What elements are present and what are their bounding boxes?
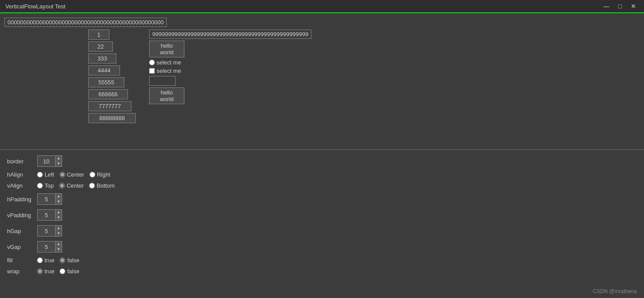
halign-radio-group: Left Center Right	[37, 171, 110, 178]
fill-radio-group: true false	[37, 257, 79, 264]
halign-left-label: Left	[45, 171, 54, 178]
hpadding-label: hPadding	[7, 196, 34, 203]
border-control-row: border ▲ ▼	[7, 155, 637, 167]
vpadding-spinner: ▲ ▼	[37, 209, 62, 221]
window-controls: — □ ✕	[601, 2, 639, 10]
checkbox-widget: select me	[149, 68, 311, 74]
vgap-increment-btn[interactable]: ▲	[55, 241, 62, 247]
halign-left-radio[interactable]	[37, 172, 43, 177]
halign-right-radio[interactable]	[90, 172, 95, 177]
wrap-true-item: true	[37, 268, 54, 275]
right-column: 9999999999999999999999999999999999999999…	[149, 30, 311, 104]
border-spinner-btns: ▲ ▼	[55, 156, 62, 166]
btn-4444[interactable]: 4444	[88, 65, 120, 75]
valign-bottom-radio[interactable]	[89, 183, 95, 189]
hgap-label: hGap	[7, 228, 34, 234]
hgap-spinner-btns: ▲ ▼	[55, 226, 62, 236]
vpadding-increment-btn[interactable]: ▲	[55, 210, 62, 215]
maximize-button[interactable]: □	[616, 2, 625, 10]
border-spinner: ▲ ▼	[37, 155, 62, 167]
window-title: VerticalFlowLayout Test	[5, 3, 65, 10]
vpadding-input[interactable]	[37, 211, 55, 219]
halign-right-item: Right	[90, 171, 110, 178]
preview-checkbox-input[interactable]	[149, 68, 155, 74]
wrap-true-label: true	[45, 268, 54, 275]
fill-false-label: false	[67, 257, 79, 264]
halign-center-radio[interactable]	[60, 172, 65, 177]
top-text-widget: 0000000000000000000000000000000000000000…	[4, 18, 167, 27]
hgap-decrement-btn[interactable]: ▼	[55, 231, 62, 236]
valign-top-label: Top	[45, 182, 54, 189]
valign-radio-group: Top Center Bottom	[37, 182, 115, 189]
wrap-control-row: wrap true false	[7, 268, 637, 275]
vpadding-control-row: vPadding ▲ ▼	[7, 209, 637, 221]
btn-1[interactable]: 1	[88, 30, 109, 40]
vpadding-decrement-btn[interactable]: ▼	[55, 215, 62, 220]
controls-area: border ▲ ▼ hAlign Left Center Right	[0, 150, 644, 280]
vgap-label: vGap	[7, 244, 34, 250]
valign-center-item: Center	[59, 182, 84, 189]
color-picker-widget[interactable]	[149, 76, 176, 86]
vgap-spinner: ▲ ▼	[37, 241, 62, 253]
hgap-increment-btn[interactable]: ▲	[55, 226, 62, 231]
halign-center-label: Center	[67, 171, 84, 178]
btn-88888888[interactable]: 88888888	[88, 113, 136, 123]
preview-radio-input[interactable]	[149, 60, 155, 65]
vpadding-label: vPadding	[7, 212, 34, 219]
hpadding-spinner: ▲ ▼	[37, 193, 62, 205]
hpadding-control-row: hPadding ▲ ▼	[7, 193, 637, 205]
minimize-button[interactable]: —	[601, 2, 612, 10]
hpadding-decrement-btn[interactable]: ▼	[55, 199, 62, 204]
hgap-input[interactable]	[37, 227, 55, 235]
wrap-false-item: false	[60, 268, 79, 275]
hello-world-btn-2[interactable]: hello world	[149, 87, 184, 104]
valign-label: vAlign	[7, 182, 34, 189]
wrap-false-label: false	[67, 268, 79, 275]
hpadding-input[interactable]	[37, 195, 55, 204]
fill-false-item: false	[60, 257, 79, 264]
hello-world-btn-1[interactable]: hello world	[149, 41, 184, 57]
wrap-radio-group: true false	[37, 268, 79, 275]
btn-22[interactable]: 22	[88, 41, 113, 52]
valign-center-radio[interactable]	[59, 183, 65, 189]
btn-666666[interactable]: 666666	[88, 89, 128, 99]
wrap-false-radio[interactable]	[60, 268, 65, 274]
vpadding-spinner-btns: ▲ ▼	[55, 210, 62, 220]
preview-area: 0000000000000000000000000000000000000000…	[0, 13, 644, 150]
vgap-decrement-btn[interactable]: ▼	[55, 247, 62, 252]
btn-55555[interactable]: 55555	[88, 77, 124, 87]
valign-control-row: vAlign Top Center Bottom	[7, 182, 637, 189]
valign-top-radio[interactable]	[37, 183, 43, 189]
fill-control-row: fill true false	[7, 257, 637, 264]
btn-7777777[interactable]: 7777777	[88, 101, 131, 111]
vgap-spinner-btns: ▲ ▼	[55, 241, 62, 252]
halign-right-label: Right	[97, 171, 110, 178]
hgap-control-row: hGap ▲ ▼	[7, 225, 637, 237]
fill-true-radio[interactable]	[37, 257, 43, 263]
fill-label: fill	[7, 257, 34, 264]
fill-true-item: true	[37, 257, 54, 264]
halign-control-row: hAlign Left Center Right	[7, 171, 637, 178]
border-increment-btn[interactable]: ▲	[55, 156, 62, 161]
border-decrement-btn[interactable]: ▼	[55, 161, 62, 166]
preview-checkbox-label: select me	[157, 68, 181, 74]
valign-center-label: Center	[67, 182, 84, 189]
fill-true-label: true	[45, 257, 54, 264]
radio-widget: select me	[149, 59, 311, 66]
hpadding-increment-btn[interactable]: ▲	[55, 194, 62, 199]
preview-radio-label: select me	[157, 59, 181, 66]
close-button[interactable]: ✕	[628, 2, 639, 10]
btn-333[interactable]: 333	[88, 53, 116, 64]
border-input[interactable]	[37, 157, 55, 166]
halign-center-item: Center	[60, 171, 84, 178]
hgap-spinner: ▲ ▼	[37, 225, 62, 237]
vgap-input[interactable]	[37, 243, 55, 251]
halign-label: hAlign	[7, 171, 34, 178]
halign-left-item: Left	[37, 171, 54, 178]
right-text-widget: 9999999999999999999999999999999999999999…	[149, 30, 311, 39]
valign-top-item: Top	[37, 182, 54, 189]
fill-false-radio[interactable]	[60, 257, 65, 263]
titlebar: VerticalFlowLayout Test — □ ✕	[0, 0, 644, 13]
vgap-control-row: vGap ▲ ▼	[7, 241, 637, 253]
wrap-true-radio[interactable]	[37, 268, 43, 274]
